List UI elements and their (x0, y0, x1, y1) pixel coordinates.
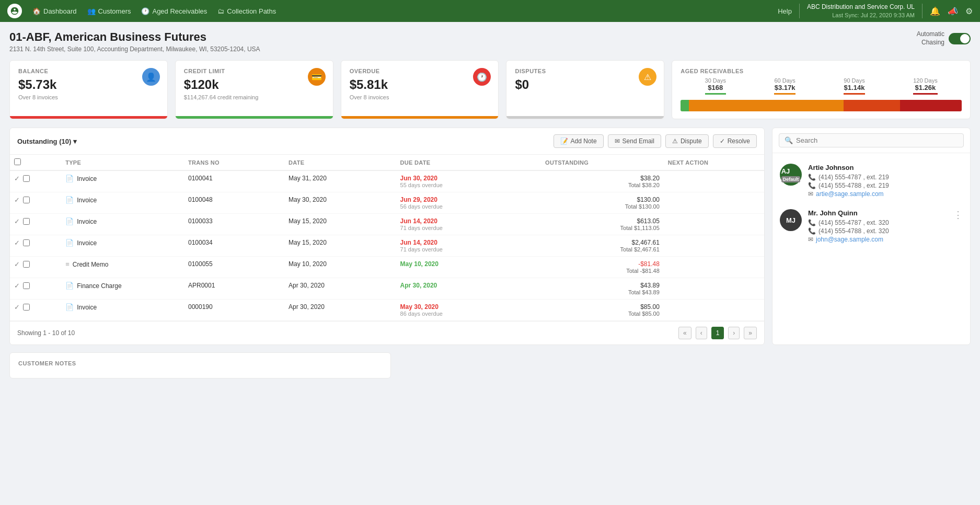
balance-value: $5.73k (18, 77, 159, 92)
table-row: ✓ 📄 Finance Charge APR0001 Apr 30, 2020 … (10, 278, 764, 300)
row-date: May 15, 2020 (284, 235, 396, 257)
aged-bar-30 (681, 100, 689, 111)
toggle-knob (960, 34, 970, 43)
dropdown-arrow-icon: ▾ (73, 137, 77, 145)
avatar-john: MJ (780, 209, 802, 231)
invoices-table: TYPE TRANS NO DATE DUE DATE OUTSTANDING … (10, 155, 764, 321)
search-input[interactable] (796, 136, 958, 144)
collection-paths-icon: 🗂 (217, 7, 224, 15)
row-checkbox[interactable] (23, 239, 30, 246)
disputes-value: $0 (515, 77, 655, 92)
help-link[interactable]: Help (778, 7, 792, 15)
outstanding-filter[interactable]: Outstanding (10) ▾ (17, 137, 77, 145)
contact-name-john: Mr. John Quinn (808, 209, 947, 217)
dispute-button[interactable]: ⚠ Dispute (665, 134, 709, 148)
overdue-card: OVERDUE $5.81k Over 8 invoices 🕐 (341, 60, 499, 119)
row-checkbox[interactable] (23, 282, 30, 289)
email-link[interactable]: artie@sage.sample.com (816, 190, 884, 198)
row-checkbox[interactable] (23, 218, 30, 225)
row-trans: 0100041 (184, 170, 284, 192)
resolve-button[interactable]: ✓ Resolve (713, 134, 757, 148)
select-all-checkbox[interactable] (14, 158, 21, 165)
balance-icon: 👤 (142, 68, 160, 86)
aged-60: 60 Days $3.17k (774, 77, 795, 95)
col-outstanding-header: OUTSTANDING (541, 155, 664, 170)
contact-info-john: Mr. John Quinn 📞 (414) 555-4787 , ext. 3… (808, 209, 947, 244)
doc-icon: 📄 (65, 217, 74, 225)
row-checkbox[interactable] (23, 175, 30, 182)
page-title: 01-ABF, American Business Futures (9, 30, 260, 44)
aged-grid: 30 Days $168 60 Days $3.17k 90 Days $1.1… (681, 77, 962, 95)
aged-receivables-label: AGED RECEIVABLES (681, 68, 962, 74)
customer-notes-section: CUSTOMER NOTES (9, 352, 391, 378)
table-toolbar: Outstanding (10) ▾ 📝 Add Note ✉ Send Ema… (10, 128, 764, 155)
row-action (664, 257, 764, 278)
row-due: Jun 14, 2020 71 days overdue (396, 235, 541, 257)
next-page-button[interactable]: › (728, 327, 740, 339)
row-check[interactable]: ✓ (10, 192, 61, 214)
page-1-button[interactable]: 1 (711, 327, 724, 339)
row-checkbox[interactable] (23, 197, 30, 203)
disputes-label: DISPUTES (515, 68, 655, 74)
row-outstanding: $38.20 Total $38.20 (541, 170, 664, 192)
col-check (10, 155, 61, 170)
row-check[interactable]: ✓ (10, 170, 61, 192)
aged-receivables-card: AGED RECEIVABLES 30 Days $168 60 Days $3… (672, 60, 971, 119)
row-due: Apr 30, 2020 (396, 278, 541, 300)
table-row: ✓ 📄 Invoice 0100048 May 30, 2020 Jun 29,… (10, 192, 764, 214)
row-trans: 0100048 (184, 192, 284, 214)
nav-dashboard[interactable]: 🏠 Dashboard (32, 7, 77, 15)
page-header: 01-ABF, American Business Futures 2131 N… (9, 30, 971, 53)
credit-limit-icon: 💳 (308, 68, 326, 86)
row-check[interactable]: ✓ (10, 278, 61, 300)
row-action (664, 214, 764, 235)
customers-icon: 👥 (87, 7, 96, 15)
row-check[interactable]: ✓ (10, 257, 61, 278)
email-link-2[interactable]: john@sage.sample.com (816, 236, 883, 243)
nav-divider (799, 4, 800, 18)
contact-list: AJ Default Artie Johnson 📞 (414) 555-478… (773, 153, 970, 255)
check-icon: ✓ (14, 175, 20, 182)
row-check[interactable]: ✓ (10, 235, 61, 257)
app-logo[interactable] (7, 4, 22, 18)
table-row: ✓ 📄 Invoice 0000190 Apr 30, 2020 May 30,… (10, 300, 764, 321)
disputes-card: DISPUTES $0 ⚠ (506, 60, 664, 119)
row-outstanding: $85.00 Total $85.00 (541, 300, 664, 321)
doc-icon: 📄 (65, 282, 74, 290)
row-checkbox[interactable] (23, 261, 30, 268)
stats-row: BALANCE $5.73k Over 8 invoices 👤 CREDIT … (9, 60, 971, 119)
row-outstanding: -$81.48 Total -$81.48 (541, 257, 664, 278)
phone-icon-4: 📞 (808, 227, 816, 235)
auto-chasing-toggle[interactable] (949, 33, 971, 44)
send-email-button[interactable]: ✉ Send Email (608, 134, 661, 148)
add-note-button[interactable]: 📝 Add Note (554, 134, 604, 148)
check-icon: ✓ (14, 217, 20, 225)
main-page: 01-ABF, American Business Futures 2131 N… (0, 22, 980, 387)
row-action (664, 170, 764, 192)
bell-icon[interactable]: 🔔 (930, 6, 940, 16)
table-footer: Showing 1 - 10 of 10 « ‹ 1 › » (10, 321, 764, 345)
showing-text: Showing 1 - 10 of 10 (17, 329, 75, 337)
nav-collection-paths[interactable]: 🗂 Collection Paths (217, 7, 276, 15)
bottom-row: Outstanding (10) ▾ 📝 Add Note ✉ Send Ema… (9, 128, 971, 345)
contact-phone3: 📞 (414) 555-4787 , ext. 320 (808, 219, 947, 226)
contact-email-2: ✉ john@sage.sample.com (808, 236, 947, 243)
megaphone-icon[interactable]: 📣 (948, 6, 958, 16)
row-check[interactable]: ✓ (10, 214, 61, 235)
contact-phone4: 📞 (414) 555-4788 , ext. 320 (808, 227, 947, 235)
prev-page-button[interactable]: ‹ (696, 327, 707, 339)
aged-bar-60 (689, 100, 844, 111)
col-trans-header: TRANS NO (184, 155, 284, 170)
aged-120: 120 Days $1.26k (913, 77, 937, 95)
first-page-button[interactable]: « (678, 327, 691, 339)
nav-aged-receivables[interactable]: 🕐 Aged Receivables (141, 7, 207, 15)
last-page-button[interactable]: » (744, 327, 757, 339)
row-check[interactable]: ✓ (10, 300, 61, 321)
settings-icon[interactable]: ⚙ (965, 6, 973, 16)
more-options-icon[interactable]: ⋮ (953, 209, 963, 221)
disputes-bar (506, 116, 664, 119)
row-checkbox[interactable] (23, 304, 30, 311)
nav-customers[interactable]: 👥 Customers (87, 7, 131, 15)
toolbar-left: Outstanding (10) ▾ (17, 137, 77, 145)
overdue-label: OVERDUE (350, 68, 490, 74)
